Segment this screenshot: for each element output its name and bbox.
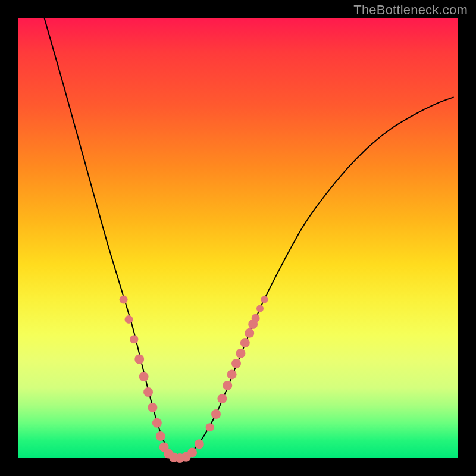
- marker-dot: [231, 359, 241, 368]
- marker-dot: [139, 372, 149, 381]
- watermark-text: TheBottleneck.com: [353, 2, 468, 18]
- chart-svg: [18, 18, 458, 458]
- curve-layer: [44, 18, 453, 458]
- marker-dot: [223, 381, 232, 390]
- marker-dot: [187, 447, 197, 457]
- marker-dot: [240, 338, 250, 347]
- marker-dot: [217, 394, 227, 403]
- plot-area: [18, 18, 458, 458]
- markers-layer: [120, 296, 268, 463]
- marker-dot: [252, 314, 260, 322]
- marker-dot: [156, 431, 165, 441]
- marker-dot: [236, 349, 245, 358]
- marker-dot: [134, 355, 144, 364]
- marker-dot: [152, 418, 162, 428]
- chart-frame: TheBottleneck.com: [0, 0, 476, 476]
- marker-dot: [148, 403, 157, 412]
- marker-dot: [120, 296, 128, 304]
- marker-dot: [130, 335, 138, 343]
- marker-dot: [256, 305, 264, 312]
- marker-dot: [195, 439, 204, 449]
- marker-dot: [206, 423, 214, 431]
- marker-dot: [211, 409, 221, 419]
- marker-dot: [227, 369, 237, 379]
- marker-dot: [261, 296, 268, 303]
- bottleneck-curve: [44, 18, 453, 458]
- marker-dot: [245, 328, 254, 338]
- marker-dot: [124, 315, 133, 324]
- marker-dot: [143, 387, 153, 397]
